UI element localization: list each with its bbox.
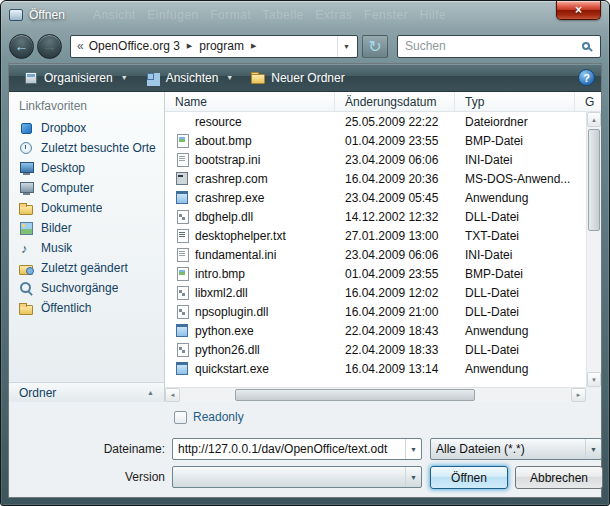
sidebar-item[interactable]: Musik <box>9 238 164 258</box>
version-dropdown-icon[interactable]: ▼ <box>405 467 421 487</box>
views-label: Ansichten <box>166 71 219 85</box>
column-header-type[interactable]: Typ <box>455 92 575 111</box>
file-type-icon <box>175 286 189 299</box>
file-type: INI-Datei <box>455 153 575 167</box>
table-row[interactable]: libxml2.dll 16.04.2009 12:02 DLL-Datei <box>165 283 586 302</box>
search-icon[interactable] <box>582 42 590 50</box>
breadcrumb-item-openoffice[interactable]: OpenOffice.org 3 <box>89 39 180 53</box>
filename-input[interactable]: http://127.0.0.1/dav/OpenOffice/text.odt… <box>172 438 422 460</box>
column-label: G <box>585 95 594 109</box>
back-button[interactable]: ← <box>9 34 34 59</box>
sidebar-item[interactable]: Öffentlich <box>9 298 164 318</box>
breadcrumb-dropdown-icon[interactable]: ▼ <box>337 36 355 57</box>
file-date: 23.04.2009 05:45 <box>335 191 455 205</box>
scrollbar-corner <box>586 387 601 402</box>
cancel-button[interactable]: Abbrechen <box>515 466 603 489</box>
column-header-date[interactable]: Änderungsdatum <box>335 92 455 111</box>
file-date: 01.04.2009 23:55 <box>335 134 455 148</box>
file-name: python26.dll <box>195 343 260 357</box>
file-name: dbghelp.dll <box>195 210 253 224</box>
table-row[interactable]: crashrep.exe 23.04.2009 05:45 Anwendung <box>165 188 586 207</box>
table-row[interactable]: about.bmp 01.04.2009 23:55 BMP-Datei <box>165 131 586 150</box>
views-button[interactable]: Ansichten ▼ <box>137 67 243 89</box>
sidebar-item[interactable]: Desktop <box>9 158 164 178</box>
new-folder-button[interactable]: Neuer Ordner <box>242 67 353 89</box>
background-menu-ghost-text: Ansicht Einfügen Format Tabelle Extras F… <box>93 8 446 22</box>
titlebar[interactable]: Öffnen Ansicht Einfügen Format Tabelle E… <box>1 1 609 29</box>
breadcrumb-separator-icon[interactable]: ▶ <box>187 42 192 50</box>
chevron-down-icon: ▼ <box>121 74 128 81</box>
file-date: 14.12.2002 12:32 <box>335 210 455 224</box>
version-select[interactable]: ▼ <box>172 466 422 488</box>
file-name-cell: bootstrap.ini <box>165 153 335 167</box>
sidebar-list: Dropbox Zuletzt besuchte Orte Desktop <box>9 118 164 318</box>
table-row[interactable]: bootstrap.ini 23.04.2009 06:06 INI-Datei <box>165 150 586 169</box>
filetype-value: Alle Dateien (*.*) <box>431 442 585 456</box>
file-name-cell: dbghelp.dll <box>165 210 335 224</box>
sidebar-item[interactable]: Suchvorgänge <box>9 278 164 298</box>
folders-expander[interactable]: Ordner ▲ <box>9 382 164 402</box>
sidebar-item-label: Suchvorgänge <box>41 281 118 295</box>
column-header-name[interactable]: Name <box>165 92 335 111</box>
filetype-select[interactable]: Alle Dateien (*.*) ▼ <box>430 438 602 460</box>
file-name-cell: python.exe <box>165 324 335 338</box>
scroll-up-button[interactable]: ▲ <box>587 112 601 127</box>
open-button[interactable]: Öffnen <box>430 466 508 489</box>
table-row[interactable]: npsoplugin.dll 16.04.2009 21:00 DLL-Date… <box>165 302 586 321</box>
table-row[interactable]: python.exe 22.04.2009 18:43 Anwendung <box>165 321 586 340</box>
sidebar-item-icon <box>19 162 34 175</box>
file-type-icon <box>175 115 189 128</box>
table-row[interactable]: python26.dll 22.04.2009 18:33 DLL-Datei <box>165 340 586 359</box>
table-row[interactable]: quickstart.exe 16.04.2009 13:14 Anwendun… <box>165 359 586 378</box>
sidebar-item[interactable]: Zuletzt besuchte Orte <box>9 138 164 158</box>
horizontal-scroll-thumb[interactable] <box>235 389 475 401</box>
file-type-icon <box>175 267 189 280</box>
file-type: Anwendung <box>455 362 575 376</box>
scroll-right-button[interactable]: ► <box>571 388 586 402</box>
organize-label: Organisieren <box>44 71 113 85</box>
vertical-scrollbar[interactable]: ▲ ▼ <box>586 112 601 387</box>
back-arrow-icon: ← <box>15 38 29 54</box>
table-row[interactable]: resource 25.05.2009 22:22 Dateiordner <box>165 112 586 131</box>
file-name-cell: about.bmp <box>165 134 335 148</box>
file-type-icon <box>175 248 189 261</box>
sidebar-item[interactable]: Bilder <box>9 218 164 238</box>
sidebar-item[interactable]: Computer <box>9 178 164 198</box>
column-header-size[interactable]: G <box>575 92 601 111</box>
breadcrumb-collapse-icon[interactable]: « <box>77 39 84 53</box>
table-row[interactable]: intro.bmp 01.04.2009 23:55 BMP-Datei <box>165 264 586 283</box>
scroll-down-button[interactable]: ▼ <box>587 372 601 387</box>
readonly-checkbox[interactable] <box>174 411 187 424</box>
views-icon <box>146 72 160 84</box>
breadcrumb-item-program[interactable]: program <box>199 39 244 53</box>
organize-button[interactable]: Organisieren ▼ <box>15 67 137 89</box>
navigation-bar: ← → « OpenOffice.org 3 ▶ program ▶ ▼ ↻ S… <box>1 29 609 63</box>
file-type-icon <box>175 362 189 375</box>
table-row[interactable]: dbghelp.dll 14.12.2002 12:32 DLL-Datei <box>165 207 586 226</box>
forward-arrow-icon: → <box>43 38 57 54</box>
breadcrumb-separator-icon[interactable]: ▶ <box>251 42 256 50</box>
sidebar-item[interactable]: Dokumente <box>9 198 164 218</box>
search-input[interactable]: Suchen <box>397 35 601 58</box>
file-name: python.exe <box>195 324 254 338</box>
file-name-cell: desktophelper.txt <box>165 229 335 243</box>
sidebar-item[interactable]: Zuletzt geändert <box>9 258 164 278</box>
close-button[interactable]: × <box>556 1 601 20</box>
forward-button[interactable]: → <box>37 34 62 59</box>
scroll-left-button[interactable]: ◄ <box>165 388 180 402</box>
file-type: DLL-Datei <box>455 305 575 319</box>
table-row[interactable]: crashrep.com 16.04.2009 20:36 MS-DOS-Anw… <box>165 169 586 188</box>
search-placeholder: Suchen <box>405 39 582 53</box>
table-row[interactable]: fundamental.ini 23.04.2009 06:06 INI-Dat… <box>165 245 586 264</box>
file-type-icon <box>175 153 189 166</box>
help-button[interactable]: ? <box>578 69 595 86</box>
refresh-button[interactable]: ↻ <box>362 35 388 58</box>
horizontal-scrollbar[interactable]: ◄ ► <box>165 387 586 402</box>
sidebar-item[interactable]: Dropbox <box>9 118 164 138</box>
filename-dropdown-icon[interactable]: ▼ <box>405 439 421 459</box>
filetype-dropdown-icon[interactable]: ▼ <box>585 439 601 459</box>
file-name-cell: resource <box>165 115 335 129</box>
vertical-scroll-thumb[interactable] <box>588 129 600 231</box>
table-row[interactable]: desktophelper.txt 27.01.2009 13:00 TXT-D… <box>165 226 586 245</box>
filename-label: Dateiname: <box>9 442 165 456</box>
